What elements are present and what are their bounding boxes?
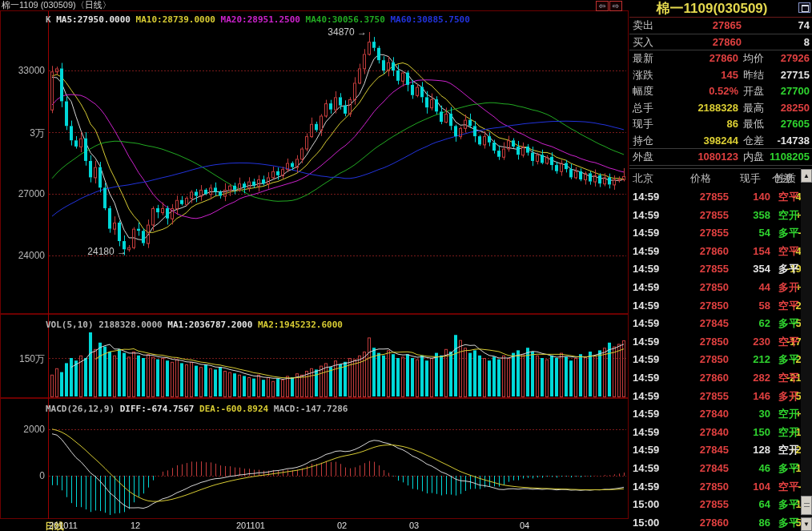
price-annotation: 24180 → [87,246,127,257]
tape-header-cell: 价格 [690,169,711,188]
tape-header-cell: 性质 [775,169,796,188]
x-tick-label: 201101 [236,521,265,530]
x-tick-label: 12 [131,521,140,530]
main-indicator-readout: K MA5:27950.0000 MA10:28739.0000 MA20:28… [46,14,470,25]
formula-segment: MA10:28739.0000 [136,14,221,25]
formula-segment: DEA:-600.8924 [199,404,274,414]
x-tick-label: 03 [409,521,419,530]
tape-row: 14:5927860282-214空平 [629,369,801,388]
scrollbar-thumb[interactable] [801,496,812,515]
scrollbar-down-button[interactable]: ▼ [801,517,812,531]
tape-row: 14:592785058-28空平 [629,297,801,316]
formula-segment: MA60:30885.7500 [391,14,470,25]
tape-header-cell[interactable]: 北京 [633,169,653,188]
formula-segment: MA5:27950.0000 [56,14,135,25]
tape-row: 14:5927850212-26多平 [629,351,801,369]
chart-titlebar: 棉一1109 (030509)〈日线〉 ⇦ ⇨ [0,0,629,11]
tape-rows: 14:5927855140-42空平14:5927855358+8空开14:59… [629,188,801,531]
tape-row: 14:592784562-50多平 [629,315,801,333]
contract-title: 棉一1109(030509) [629,0,794,18]
chart-region: 棉一1109 (030509)〈日线〉 ⇦ ⇨ K MA5:27950.0000… [0,0,629,531]
axis-label: 33000 [18,65,45,76]
axis-label: 24000 [18,250,45,261]
tape-row: 14:5927840150+14空开 [629,424,801,442]
stat-row: 总手2188328最高28250 [629,100,812,117]
tape-row: 15:002786086-50多平 [629,514,801,531]
quote-stats: 最新27860均价27926涨跌145昨结27715幅度0.52%开盘27700… [629,50,812,166]
tape-header: 北京价格现手仓差性质 [629,168,801,188]
x-tick-label: 04 [520,521,529,530]
formula-segment: MACD(26,12,9) [46,404,120,414]
stat-row: 现手86最低27605 [629,116,812,133]
tape-row: 14:5927855140-42空平 [629,188,801,207]
book-row: 卖出2786574 [629,18,812,34]
formula-segment: MA40:30056.3750 [306,14,391,25]
price-annotation: 34870 → [328,26,367,38]
trading-terminal: 棉一1109 (030509)〈日线〉 ⇦ ⇨ K MA5:27950.0000… [0,0,812,531]
chart-title: 棉一1109 (030509)〈日线〉 [2,0,111,10]
tape-header-cell: 现手 [740,169,761,188]
formula-segment: DIFF:-674.7567 [120,404,199,414]
order-book: 卖出2786574买入278608 [629,18,812,50]
book-row: 买入278608 [629,34,812,51]
price-volume-macd-chart-canvas[interactable] [0,0,629,531]
stat-row: 幅度0.52%开盘27700 [629,83,812,100]
stat-row: 最新27860均价27926 [629,50,812,67]
time-and-sales: 北京价格现手仓差性质 14:5927855140-42空平14:59278553… [629,168,801,531]
tape-scrollbar[interactable]: ▲ ▼ [801,169,812,531]
tape-row: 14:592784030+6空开 [629,405,801,424]
tape-row: 14:5927855354-196多平 [629,260,801,279]
formula-segment: MACD:-147.7286 [274,404,348,414]
stat-row: 涨跌145昨结27715 [629,67,812,84]
tape-row: 14:5927855146+56多开 [629,388,801,406]
formula-segment: MA2:1945232.6000 [258,320,343,330]
x-axis: 日线 20101112201101020304 [0,519,629,531]
tape-row: 14:5927850104-4空平 [629,478,801,497]
quote-panel: 棉一1109(030509) 卖出2786574买入278608 最新27860… [629,0,812,531]
formula-segment: K [46,14,56,25]
formula-segment: MA1:2036787.2000 [167,320,258,330]
scrollbar-up-button[interactable]: ▲ [801,169,812,183]
tape-row: 15:002785564-18多平 [629,496,801,514]
tape-row: 14:592784546-18多平 [629,460,801,478]
quote-title-row: 棉一1109(030509) [629,0,812,18]
tape-row: 14:5927855358+8空开 [629,207,801,225]
volume-indicator-readout: VOL(5,10) 2188328.0000 MA1:2036787.2000 … [46,320,343,330]
tape-row: 14:5927860154-40空平 [629,243,801,261]
tape-row: 14:5927850230-176空平 [629,333,801,352]
axis-label: 2000 [23,424,45,435]
x-tick-label: 201011 [49,521,78,530]
axis-label: 0 [39,470,45,481]
stat-row: 外盘1080123内盘1108205 [629,149,812,166]
restore-window-icon[interactable] [798,2,810,13]
tape-row: 14:592785554-4多平 [629,224,801,243]
scroll-left-button[interactable]: ⇦ [596,1,609,11]
tape-row: 14:5927845128+20空开 [629,441,801,460]
formula-segment: VOL(5,10) 2188328.0000 [46,320,167,330]
formula-segment: MA20:28951.2500 [221,14,306,25]
tape-row: 14:592785044+6多开 [629,279,801,297]
axis-label: 27000 [18,188,45,199]
x-tick-label: 02 [337,521,347,530]
macd-indicator-readout: MACD(26,12,9) DIFF:-674.7567 DEA:-600.89… [46,404,348,414]
stat-row: 持仓398244仓差-14738 [629,133,812,150]
scroll-right-button[interactable]: ⇨ [609,1,622,11]
axis-label: 150万 [19,352,45,366]
axis-label: 3万 [30,127,45,140]
